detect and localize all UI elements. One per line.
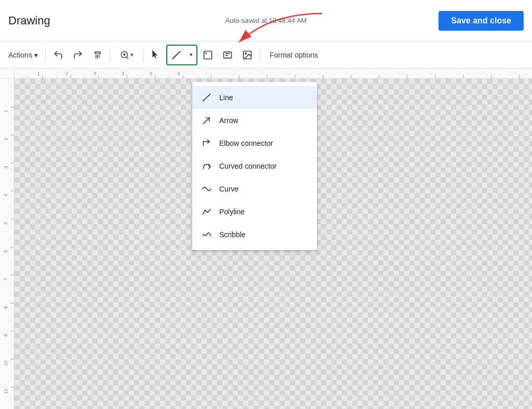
redo-icon [73,50,83,60]
svg-text:9: 9 [3,334,8,336]
svg-text:1: 1 [37,71,40,76]
line-tool-group: ▾ [166,45,197,65]
scribble-option-icon [201,228,213,241]
ruler-corner [0,69,15,79]
dropdown-item-arrow[interactable]: Arrow [192,109,317,132]
svg-text:·: · [430,71,432,76]
cursor-icon [151,50,161,60]
svg-text:·: · [290,71,291,76]
zoom-icon [120,50,129,60]
toolbar-separator-4 [260,49,260,61]
svg-point-7 [206,52,207,53]
svg-text:·: · [346,71,348,76]
undo-button[interactable] [49,46,68,64]
svg-text:·: · [486,71,488,76]
svg-text:4: 4 [122,71,124,76]
format-options-button[interactable]: Format options [263,46,324,64]
svg-text:7: 7 [3,278,8,280]
vertical-ruler: 1 2 3 4 5 6 7 8 9 10 11 [0,79,15,409]
paint-format-button[interactable] [88,46,107,64]
svg-text:5: 5 [3,222,8,224]
svg-text:6: 6 [178,71,180,76]
svg-text:·: · [402,71,404,76]
dropdown-item-scribble[interactable]: Scribble [192,223,317,246]
svg-text:·: · [234,71,235,76]
line-type-dropdown: Line Arrow Elbow connector Curve [192,82,317,250]
zoom-button[interactable]: ▾ [114,46,140,64]
svg-line-83 [203,118,209,124]
svg-line-82 [203,94,210,101]
autosaved-text: Auto-saved at 10:48:44 AM [225,17,307,24]
svg-text:1: 1 [3,110,8,112]
curved-option-label: Curved connector [219,162,277,170]
svg-text:8: 8 [3,306,8,308]
svg-line-2 [126,57,128,58]
actions-menu-button[interactable]: Actions ▾ [4,46,42,64]
svg-text:2: 2 [65,71,68,76]
shape-icon [203,50,213,60]
dropdown-item-line[interactable]: Line [192,86,317,109]
image-tool-button[interactable] [238,46,257,64]
zoom-chevron-icon: ▾ [130,51,134,58]
shape-tool-button[interactable] [198,46,217,64]
svg-text:·: · [262,71,263,76]
curve-option-icon [201,183,213,195]
horizontal-ruler: 1 2 3 4 5 6 · · · · · [15,69,532,79]
polyline-option-icon [201,206,213,218]
redo-button[interactable] [69,46,87,64]
svg-text:5: 5 [150,71,152,76]
svg-text:6: 6 [3,250,8,252]
dropdown-item-polyline[interactable]: Polyline [192,200,317,223]
dropdown-item-elbow[interactable]: Elbow connector [192,132,317,155]
scribble-option-label: Scribble [219,230,246,239]
dropdown-item-curved[interactable]: Curved connector [192,155,317,178]
dropdown-chevron-icon: ▾ [190,51,193,58]
svg-rect-6 [204,51,211,59]
toolbar: Actions ▾ ▾ [0,42,532,69]
elbow-option-label: Elbow connector [219,139,273,147]
actions-label: Actions [8,51,32,59]
paint-format-icon [92,50,103,60]
svg-text:2: 2 [3,138,8,140]
arrow-option-icon [201,114,213,127]
save-close-button[interactable]: Save and close [438,11,524,31]
svg-text:·: · [206,71,207,76]
svg-text:3: 3 [3,166,8,168]
undo-icon [53,50,63,60]
svg-text:3: 3 [94,71,96,76]
actions-chevron-icon: ▾ [34,51,38,59]
svg-text:4: 4 [3,194,8,196]
line-icon [171,50,182,60]
svg-text:·: · [458,71,460,76]
svg-text:·: · [514,71,516,76]
ruler-row: 1 2 3 4 5 6 · · · · · [0,69,532,79]
text-tool-button[interactable] [218,46,237,64]
elbow-option-icon [201,137,213,149]
line-option-icon [201,91,213,104]
line-option-label: Line [219,93,233,102]
svg-text:11: 11 [3,389,8,394]
svg-text:10: 10 [3,361,8,366]
app-header: Drawing Auto-saved at 10:48:44 AM Save a… [0,0,532,42]
line-tool-dropdown-button[interactable]: ▾ [186,46,196,64]
toolbar-separator-2 [110,49,111,61]
svg-line-5 [172,51,180,58]
app-title: Drawing [8,14,50,28]
toolbar-separator-1 [45,49,46,61]
svg-text:·: · [318,71,320,76]
line-tool-button[interactable] [167,46,186,64]
svg-text:·: · [374,71,376,76]
svg-point-12 [245,52,247,54]
dropdown-item-curve[interactable]: Curve [192,178,317,200]
curved-option-icon [201,160,213,172]
image-icon [242,50,252,60]
textbox-icon [222,50,233,60]
polyline-option-label: Polyline [219,208,245,216]
arrow-option-label: Arrow [219,116,238,125]
toolbar-separator-3 [143,49,143,61]
curve-option-label: Curve [219,185,238,193]
select-tool-button[interactable] [147,46,165,64]
